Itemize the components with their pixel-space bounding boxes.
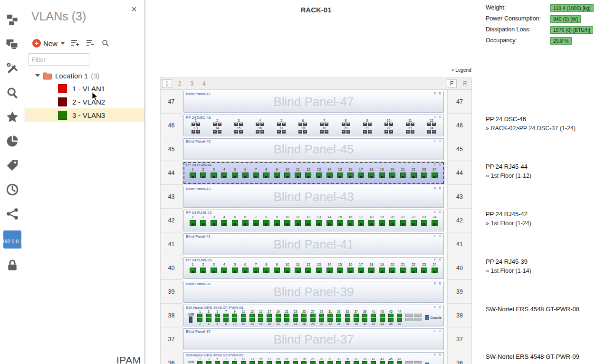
rj45-port[interactable] xyxy=(200,172,206,178)
rj45-port[interactable] xyxy=(242,172,249,178)
lock-icon[interactable] xyxy=(4,258,20,273)
rack-tab-2[interactable]: 2 xyxy=(175,80,184,87)
close-icon[interactable]: × xyxy=(131,4,137,15)
switch-port[interactable] xyxy=(397,314,402,317)
dsc-port[interactable] xyxy=(411,123,414,126)
switch-port[interactable] xyxy=(284,361,289,364)
rj45-port[interactable] xyxy=(316,220,322,226)
dsc-port[interactable] xyxy=(432,123,436,126)
dsc-port[interactable] xyxy=(342,130,345,134)
favorites-icon[interactable] xyxy=(4,109,20,125)
expand-all-icon[interactable] xyxy=(70,39,80,48)
tag-icon[interactable] xyxy=(4,158,20,173)
switch-port[interactable] xyxy=(267,314,272,317)
vlan-item[interactable]: 2 - VLAN2 xyxy=(25,95,144,108)
rj45-port[interactable] xyxy=(337,172,343,178)
dsc-port[interactable] xyxy=(213,123,217,126)
dsc-port[interactable] xyxy=(239,130,243,134)
switch-port[interactable] xyxy=(241,314,246,317)
rj45-port[interactable] xyxy=(326,268,333,273)
switch-port[interactable] xyxy=(293,361,298,364)
dsc-port[interactable] xyxy=(196,123,200,126)
legend-link[interactable]: « Legend xyxy=(451,67,471,73)
vlan-item[interactable]: 3 - VLAN3 xyxy=(25,108,144,122)
rj45-port[interactable] xyxy=(295,220,301,226)
rj45-port[interactable] xyxy=(368,268,374,273)
dsc-port[interactable] xyxy=(239,123,243,126)
switch-port[interactable] xyxy=(380,314,385,317)
switch-port[interactable] xyxy=(241,318,246,322)
switch-port[interactable] xyxy=(232,314,237,317)
sfp-module[interactable] xyxy=(405,314,413,317)
dsc-port[interactable] xyxy=(389,130,393,134)
sfp-module[interactable] xyxy=(405,361,413,364)
rj45-port[interactable] xyxy=(368,220,374,226)
rj45-port[interactable] xyxy=(211,220,217,226)
switch-port[interactable] xyxy=(319,361,324,364)
ipam-tile[interactable]: 192. 0.0.1 xyxy=(3,230,21,249)
switch-port[interactable] xyxy=(284,318,289,322)
switch-port[interactable] xyxy=(215,361,220,364)
dsc-port[interactable] xyxy=(406,123,410,126)
rj45-port[interactable] xyxy=(274,220,280,226)
switch-port[interactable] xyxy=(336,361,341,364)
dsc-port[interactable] xyxy=(298,123,302,126)
rj45-port[interactable] xyxy=(389,268,395,273)
dsc-port[interactable] xyxy=(260,130,264,134)
rj45-port[interactable] xyxy=(389,220,395,226)
rj45-port[interactable] xyxy=(316,172,322,178)
dsc-port[interactable] xyxy=(363,130,367,134)
search-icon[interactable] xyxy=(4,85,20,100)
switch-port[interactable] xyxy=(397,318,402,322)
device-panel-43[interactable]: Blind Panel-43F RBlind Panel-43 xyxy=(183,186,444,208)
dsc-port[interactable] xyxy=(427,123,431,126)
dsc-port[interactable] xyxy=(282,123,286,126)
switch-port[interactable] xyxy=(371,318,376,322)
rj45-port[interactable] xyxy=(263,220,269,226)
rj45-port[interactable] xyxy=(305,268,311,273)
rj45-port[interactable] xyxy=(284,172,290,178)
switch-port[interactable] xyxy=(380,361,385,364)
dsc-port[interactable] xyxy=(196,130,200,134)
rj45-port[interactable] xyxy=(432,172,438,178)
rj45-port[interactable] xyxy=(221,220,227,226)
rj45-port[interactable] xyxy=(379,220,385,226)
switch-port[interactable] xyxy=(258,314,263,317)
dsc-port[interactable] xyxy=(320,123,324,126)
rj45-port[interactable] xyxy=(411,268,417,273)
switch-port[interactable] xyxy=(223,318,229,322)
rj45-port[interactable] xyxy=(200,220,206,226)
switch-port[interactable] xyxy=(345,361,350,364)
dsc-port[interactable] xyxy=(384,130,388,134)
rj45-port[interactable] xyxy=(411,172,417,178)
switch-port[interactable] xyxy=(301,361,307,364)
switch-port[interactable] xyxy=(276,314,281,317)
rj45-port[interactable] xyxy=(400,220,406,226)
device-panel-36[interactable]: SW-Nortel ERS 4548 GT-PWR-09F RUSB123456… xyxy=(183,352,444,364)
switch-port[interactable] xyxy=(276,318,281,322)
switch-port[interactable] xyxy=(267,361,272,364)
rj45-port[interactable] xyxy=(253,268,259,273)
switch-port[interactable] xyxy=(345,314,350,317)
dsc-port[interactable] xyxy=(234,123,238,126)
switch-port[interactable] xyxy=(319,314,324,317)
rj45-port[interactable] xyxy=(242,220,249,226)
rj45-port[interactable] xyxy=(326,172,333,178)
dsc-port[interactable] xyxy=(346,130,350,134)
rj45-port[interactable] xyxy=(190,268,196,273)
rj45-port[interactable] xyxy=(421,220,427,226)
dsc-port[interactable] xyxy=(260,123,264,126)
device-panel-37[interactable]: Blind Panel-37F RBlind Panel-37 xyxy=(183,328,444,350)
rj45-port[interactable] xyxy=(284,220,290,226)
rack-tab-4[interactable]: 4 xyxy=(200,80,209,87)
dsc-port[interactable] xyxy=(406,130,410,134)
rj45-port[interactable] xyxy=(263,268,269,273)
rj45-port[interactable] xyxy=(389,172,395,178)
dsc-port[interactable] xyxy=(411,130,414,134)
dsc-port[interactable] xyxy=(325,123,328,126)
rj45-port[interactable] xyxy=(221,172,227,178)
rj45-port[interactable] xyxy=(232,220,238,226)
dsc-port[interactable] xyxy=(282,130,286,134)
rack-side-tab-R[interactable]: R xyxy=(460,80,470,87)
dsc-port[interactable] xyxy=(192,123,195,126)
